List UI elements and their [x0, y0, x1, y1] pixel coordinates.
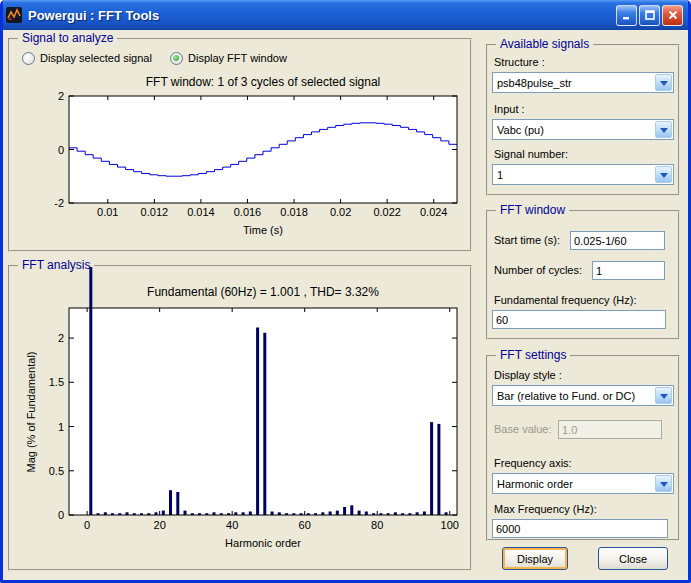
window-controls: [616, 5, 683, 26]
display-button[interactable]: Display: [502, 547, 568, 570]
signal-number-label: Signal number:: [494, 148, 568, 160]
display-style-label: Display style :: [494, 369, 562, 381]
fft-bar-plot: Fundamental (60Hz) = 1.001 , THD= 3.32% …: [9, 266, 471, 564]
svg-text:0.022: 0.022: [373, 206, 401, 218]
start-time-label: Start time (s):: [494, 234, 560, 246]
fft-plot-ylabel: Mag (% of Fundamental): [25, 351, 37, 472]
available-signals-label: Available signals: [496, 37, 593, 51]
fundamental-frequency-input[interactable]: [492, 310, 666, 329]
signal-number-select[interactable]: 1: [492, 164, 674, 185]
titlebar[interactable]: Powergui : FFT Tools: [0, 0, 691, 30]
chevron-down-icon[interactable]: [655, 166, 672, 183]
chevron-down-icon[interactable]: [655, 74, 672, 91]
frequency-axis-label: Frequency axis:: [494, 457, 572, 469]
start-time-input[interactable]: [570, 231, 665, 250]
fft-plot-xlabel: Harmonic order: [225, 537, 301, 549]
svg-text:0: 0: [58, 144, 64, 156]
fft-settings-group: FFT settings Display style : Bar (relati…: [486, 355, 680, 541]
signal-plot: FFT window: 1 of 3 cycles of selected si…: [9, 73, 471, 249]
radio-display-selected-signal[interactable]: [22, 52, 35, 65]
frequency-axis-value: Harmonic order: [497, 478, 573, 490]
svg-text:0: 0: [84, 519, 90, 531]
fft-settings-label: FFT settings: [496, 348, 570, 362]
svg-text:0.024: 0.024: [420, 206, 448, 218]
fft-window-group: FFT window Start time (s): Number of cyc…: [486, 210, 680, 340]
display-style-value: Bar (relative to Fund. or DC): [497, 390, 635, 402]
chevron-down-icon[interactable]: [655, 475, 672, 492]
minimize-button[interactable]: [616, 5, 637, 26]
input-select[interactable]: Vabc (pu): [492, 119, 674, 140]
svg-text:0.014: 0.014: [187, 206, 215, 218]
input-value: Vabc (pu): [497, 124, 544, 136]
svg-text:2: 2: [58, 90, 64, 102]
svg-text:100: 100: [441, 519, 459, 531]
svg-text:0.018: 0.018: [280, 206, 308, 218]
close-icon[interactable]: [662, 5, 683, 26]
frequency-axis-select[interactable]: Harmonic order: [492, 473, 674, 494]
fft-plot-title: Fundamental (60Hz) = 1.001 , THD= 3.32%: [147, 285, 379, 299]
structure-value: psb48pulse_str: [497, 77, 572, 89]
fft-window-label: FFT window: [496, 203, 569, 217]
svg-text:40: 40: [226, 519, 238, 531]
signal-plot-xlabel: Time (s): [243, 224, 283, 236]
fft-analysis-group: FFT analysis Fundamental (60Hz) = 1.001 …: [8, 265, 472, 571]
available-signals-group: Available signals Structure : psb48pulse…: [486, 44, 680, 196]
svg-text:1: 1: [58, 421, 64, 433]
structure-select[interactable]: psb48pulse_str: [492, 72, 674, 93]
svg-text:0.02: 0.02: [330, 206, 351, 218]
cycles-input[interactable]: [592, 261, 665, 280]
svg-text:0.01: 0.01: [97, 206, 118, 218]
svg-text:0.5: 0.5: [49, 465, 64, 477]
dialog-body: Signal to analyze Display selected signa…: [3, 30, 688, 580]
base-value-input: [558, 420, 662, 439]
radio-display-selected-signal-label: Display selected signal: [40, 52, 152, 64]
svg-text:0: 0: [58, 509, 64, 521]
powergui-fft-tools-window: Powergui : FFT Tools Signal to analyze D…: [0, 0, 691, 583]
input-label: Input :: [494, 103, 525, 115]
svg-text:-2: -2: [54, 197, 64, 209]
svg-text:0.012: 0.012: [141, 206, 169, 218]
chevron-down-icon[interactable]: [655, 121, 672, 138]
powergui-app-icon: [6, 7, 22, 23]
svg-text:20: 20: [154, 519, 166, 531]
signal-to-analyze-group: Signal to analyze Display selected signa…: [8, 38, 472, 252]
svg-text:60: 60: [299, 519, 311, 531]
base-value-label: Base value:: [494, 423, 551, 435]
signal-number-value: 1: [497, 169, 503, 181]
svg-text:80: 80: [371, 519, 383, 531]
cycles-label: Number of cycles:: [494, 264, 582, 276]
maximize-button[interactable]: [639, 5, 660, 26]
chevron-down-icon[interactable]: [655, 387, 672, 404]
svg-text:2: 2: [58, 332, 64, 344]
svg-text:1.5: 1.5: [49, 376, 64, 388]
signal-to-analyze-label: Signal to analyze: [18, 31, 117, 45]
radio-display-fft-window[interactable]: [170, 52, 183, 65]
max-frequency-label: Max Frequency (Hz):: [494, 503, 597, 515]
signal-plot-title: FFT window: 1 of 3 cycles of selected si…: [146, 75, 381, 89]
max-frequency-input[interactable]: [492, 519, 668, 538]
structure-label: Structure :: [494, 56, 545, 68]
window-title: Powergui : FFT Tools: [28, 8, 616, 23]
display-style-select[interactable]: Bar (relative to Fund. or DC): [492, 385, 674, 406]
radio-display-fft-window-label: Display FFT window: [188, 52, 287, 64]
svg-text:0.016: 0.016: [234, 206, 262, 218]
close-button[interactable]: Close: [598, 547, 668, 570]
fundamental-frequency-label: Fundamental frequency (Hz):: [494, 294, 636, 306]
